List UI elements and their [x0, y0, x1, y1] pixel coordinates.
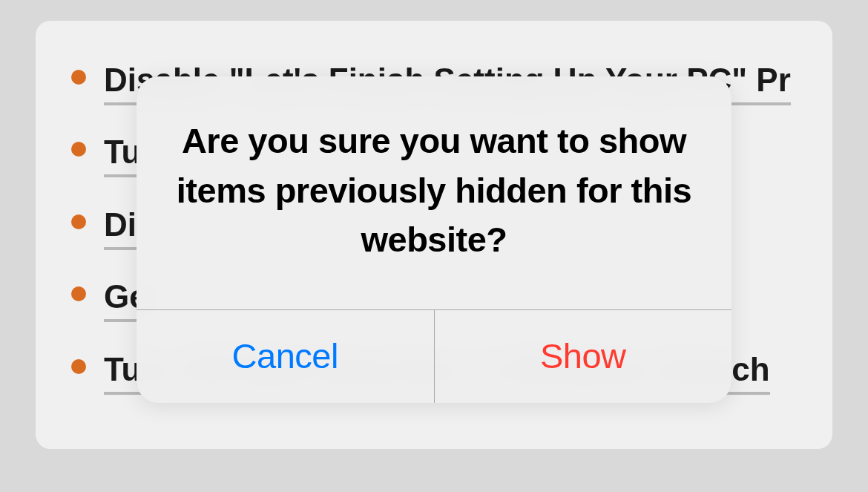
- show-button[interactable]: Show: [435, 310, 732, 403]
- cancel-button[interactable]: Cancel: [137, 310, 435, 403]
- bullet-icon: [71, 359, 86, 374]
- bullet-icon: [71, 214, 86, 229]
- list-item-link[interactable]: Di: [104, 206, 137, 250]
- confirmation-dialog: Are you sure you want to show items prev…: [137, 76, 731, 403]
- dialog-buttons: Cancel Show: [137, 309, 731, 403]
- bullet-icon: [71, 142, 86, 157]
- dialog-message: Are you sure you want to show items prev…: [137, 76, 731, 309]
- list-item-link[interactable]: Tu: [104, 134, 142, 177]
- bullet-icon: [71, 70, 86, 85]
- bullet-icon: [71, 286, 86, 301]
